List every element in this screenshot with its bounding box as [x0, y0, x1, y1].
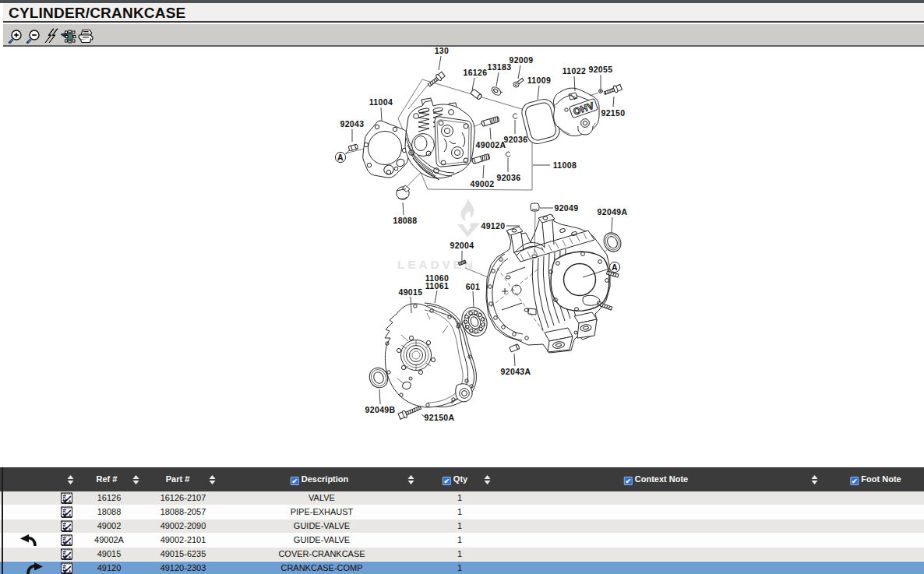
part-pin-92043a[interactable]	[510, 344, 520, 352]
part-circlip-92036-b[interactable]	[506, 152, 510, 157]
part-label-49015[interactable]: 49015	[398, 287, 422, 297]
cell-ref: 49002	[97, 521, 122, 530]
sort-arrows-icon[interactable]	[485, 475, 492, 484]
sort-arrows-icon[interactable]	[408, 475, 415, 484]
part-label-92009[interactable]: 92009	[509, 55, 533, 65]
part-label-49120[interactable]: 49120	[481, 221, 505, 231]
part-label-92036[interactable]: 92036	[503, 135, 527, 144]
leader-line	[612, 217, 612, 232]
part-label-a[interactable]: A	[612, 262, 618, 272]
part-label-11004[interactable]: 11004	[369, 97, 393, 107]
edit-note-icon[interactable]	[61, 548, 72, 560]
leader-line	[518, 65, 520, 79]
cell-desc: GUIDE-VALVE	[294, 521, 350, 530]
leader-line	[613, 97, 614, 107]
part-gasket-cylinder-head[interactable]	[363, 121, 408, 178]
sort-arrows-icon[interactable]	[68, 475, 75, 484]
column-header-description[interactable]: ✔Description	[291, 474, 349, 485]
part-label-92055[interactable]: 92055	[588, 65, 612, 74]
part-rocker-cover-11022[interactable]: OHV	[553, 88, 599, 136]
part-label-601[interactable]: 601	[466, 282, 481, 291]
part-label-49002[interactable]: 49002	[470, 179, 494, 188]
part-label-11008[interactable]: 11008	[553, 160, 577, 170]
cell-qty: 1	[457, 535, 462, 544]
cell-qty: 1	[457, 493, 462, 502]
part-plug-92049[interactable]	[531, 203, 539, 211]
part-guide-valve-49002a[interactable]	[481, 116, 499, 126]
part-screw-92009[interactable]	[513, 78, 524, 87]
part-label-130[interactable]: 130	[435, 46, 450, 55]
column-header-qty[interactable]: ✔Qty	[443, 474, 467, 485]
part-label-18088[interactable]: 18088	[393, 216, 417, 225]
part-bolt-92150a[interactable]	[398, 404, 422, 420]
part-label-92043a[interactable]: 92043A	[500, 367, 531, 376]
part-crankcase-49120[interactable]	[486, 214, 619, 353]
leader-line	[403, 202, 404, 215]
edit-note-icon[interactable]	[61, 492, 72, 504]
cell-ref: 49002A	[94, 535, 124, 544]
part-cover-crankcase-49015[interactable]	[385, 304, 472, 407]
leader-line	[496, 72, 499, 86]
leader-line	[346, 150, 350, 154]
part-guide-valve-49002[interactable]	[471, 153, 490, 164]
diagram-viewport[interactable]: LEADVEN	[3, 48, 924, 467]
column-checkbox[interactable]: ✔	[624, 477, 633, 485]
column-header-context-note[interactable]: ✔Context Note	[624, 474, 688, 485]
column-checkbox[interactable]: ✔	[443, 477, 451, 485]
sort-arrows-icon[interactable]	[812, 475, 819, 484]
leader-line	[472, 78, 474, 90]
cell-ref: 49120	[97, 563, 122, 572]
table-row-16126[interactable]: 1612616126-2107VALVE1	[0, 491, 924, 505]
leader-line	[483, 165, 484, 178]
column-checkbox[interactable]: ✔	[291, 477, 299, 485]
table-row-49120[interactable]: 4912049120-2303CRANKCASE-COMP1	[0, 562, 924, 574]
column-header-part-[interactable]: Part #	[166, 474, 190, 484]
part-label-13183[interactable]: 13183	[487, 62, 511, 72]
parts-table-header: Ref #Part #✔Description✔Qty✔Context Note…	[0, 467, 924, 491]
part-valve-16126[interactable]	[471, 89, 482, 100]
part-label-11022[interactable]: 11022	[563, 66, 587, 76]
part-label-11061[interactable]: 11061	[425, 281, 450, 291]
cell-ref: 49015	[97, 549, 122, 558]
part-label-49002a[interactable]: 49002A	[475, 140, 506, 150]
part-label-a[interactable]: A	[337, 153, 344, 162]
cell-desc: VALVE	[309, 493, 335, 502]
leader-line	[514, 354, 515, 366]
part-washer-92055[interactable]	[590, 90, 602, 96]
part-label-16126[interactable]: 16126	[463, 68, 487, 77]
part-label-11009[interactable]: 11009	[527, 76, 552, 85]
part-circlip-92036-a[interactable]	[513, 114, 517, 118]
sort-arrows-icon[interactable]	[133, 475, 140, 484]
part-plug-18088[interactable]	[397, 185, 410, 199]
table-row-18088[interactable]: 1808818088-2057PIPE-EXHAUST1	[0, 505, 924, 519]
part-clip-13183[interactable]	[490, 86, 503, 97]
flame-swoosh	[457, 223, 481, 237]
column-header-ref-[interactable]: Ref #	[97, 474, 118, 484]
edit-note-icon[interactable]	[61, 520, 72, 532]
cell-desc: COVER-CRANKCASE	[278, 549, 365, 558]
part-cylinder-head[interactable]	[405, 98, 474, 180]
edit-note-icon[interactable]	[61, 562, 72, 574]
table-row-49002a[interactable]: 49002A49002-2101GUIDE-VALVE1	[0, 534, 924, 548]
part-label-92004[interactable]: 92004	[450, 241, 474, 250]
part-label-92036[interactable]: 92036	[496, 173, 520, 182]
cell-qty: 1	[457, 549, 462, 558]
cell-desc: CRANKCASE-COMP	[280, 563, 362, 572]
table-row-49002[interactable]: 4900249002-2090GUIDE-VALVE1	[0, 519, 924, 534]
part-label-92043[interactable]: 92043	[340, 119, 364, 129]
edit-note-icon[interactable]	[61, 506, 72, 518]
part-label-92049[interactable]: 92049	[554, 203, 578, 213]
part-label-92150[interactable]: 92150	[601, 108, 625, 118]
column-label: Part #	[166, 474, 190, 484]
part-label-92150a[interactable]: 92150A	[424, 413, 454, 422]
edit-note-icon[interactable]	[61, 534, 72, 546]
flame-icon	[460, 199, 474, 221]
column-header-foot-note[interactable]: ✔Foot Note	[850, 474, 901, 485]
sort-arrows-icon[interactable]	[210, 475, 217, 484]
table-row-49015[interactable]: 4901549015-6235COVER-CRANKCASE1	[0, 548, 924, 562]
watermark-text: LEADVEN	[397, 258, 476, 271]
column-checkbox[interactable]: ✔	[850, 477, 859, 485]
part-bolt-92150[interactable]	[603, 83, 622, 96]
part-label-92049a[interactable]: 92049A	[597, 207, 627, 217]
part-label-92049b[interactable]: 92049B	[365, 405, 395, 414]
